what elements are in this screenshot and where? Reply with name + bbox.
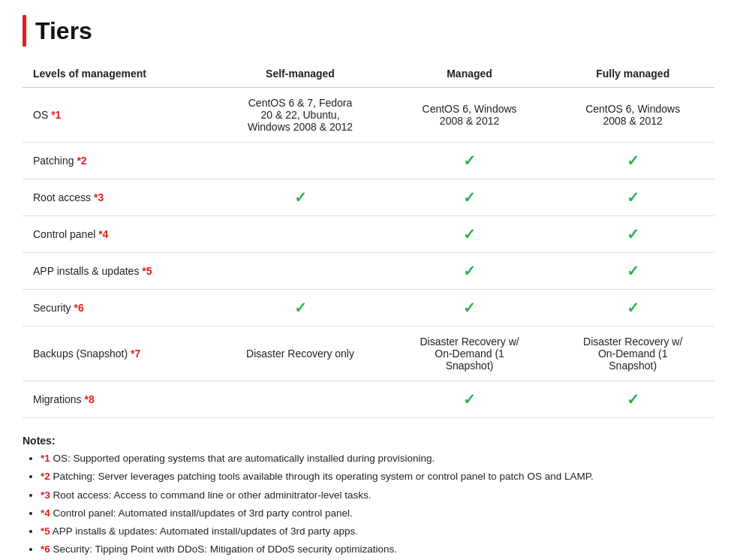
cell-managed: CentOS 6, Windows 2008 & 2012: [388, 88, 552, 143]
cell-self-managed: [212, 216, 387, 253]
col-header-fully-managed: Fully managed: [551, 60, 714, 88]
cell-managed: ✓: [388, 253, 552, 290]
cell-fully-managed: ✓: [551, 143, 714, 179]
star-ref: *1: [51, 109, 61, 121]
check-icon: ✓: [463, 263, 476, 279]
cell-feature: Migrations *8: [23, 381, 212, 418]
star-ref: *4: [41, 507, 50, 519]
page-title: Tiers: [35, 17, 92, 45]
notes-title: Notes:: [23, 435, 714, 447]
notes-list: *1 OS: Supported operating systems that …: [23, 451, 714, 560]
check-icon: ✓: [294, 189, 307, 206]
table-row: Control panel *4✓✓: [23, 216, 714, 253]
cell-feature: OS *1: [23, 88, 212, 143]
cell-feature: APP installs & updates *5: [23, 253, 212, 290]
cell-self-managed: [212, 253, 387, 290]
table-row: OS *1CentOS 6 & 7, Fedora 20 & 22, Ubunt…: [23, 88, 714, 143]
cell-managed: ✓: [388, 216, 552, 253]
cell-feature: Root access *3: [23, 179, 212, 216]
check-icon: ✓: [627, 189, 639, 206]
table-row: Migrations *8✓✓: [23, 381, 714, 418]
star-ref: *2: [41, 471, 50, 482]
cell-self-managed: [212, 381, 387, 418]
check-icon: ✓: [463, 391, 476, 408]
star-ref: *7: [131, 348, 140, 360]
check-icon: ✓: [627, 226, 639, 242]
star-ref: *6: [74, 302, 83, 314]
star-ref: *4: [98, 228, 108, 240]
col-header-feature: Levels of management: [23, 60, 212, 88]
cell-self-managed: [212, 143, 387, 179]
star-ref: *3: [94, 191, 104, 203]
star-ref: *1: [41, 453, 50, 464]
list-item: *6 Security: Tipping Point with DDoS: Mi…: [41, 542, 714, 557]
star-ref: *3: [41, 489, 50, 501]
table-row: Patching *2✓✓: [23, 143, 714, 179]
table-row: Root access *3✓✓✓: [23, 179, 714, 216]
cell-self-managed: ✓: [212, 290, 387, 327]
cell-fully-managed: ✓: [551, 179, 714, 216]
cell-managed: ✓: [388, 290, 552, 327]
cell-self-managed: CentOS 6 & 7, Fedora 20 & 22, Ubuntu, Wi…: [212, 88, 387, 143]
check-icon: ✓: [627, 300, 639, 316]
list-item: *4 Control panel: Automated install/upda…: [41, 506, 714, 521]
check-icon: ✓: [463, 189, 476, 206]
star-ref: *6: [41, 543, 50, 555]
title-bar-accent: [23, 15, 26, 47]
check-icon: ✓: [463, 300, 476, 316]
check-icon: ✓: [463, 152, 476, 169]
star-ref: *8: [84, 393, 94, 405]
col-header-managed: Managed: [388, 60, 552, 88]
table-row: Backups (Snapshot) *7Disaster Recovery o…: [23, 327, 714, 381]
cell-self-managed: Disaster Recovery only: [212, 327, 387, 381]
cell-fully-managed: CentOS 6, Windows 2008 & 2012: [551, 88, 714, 143]
star-ref: *5: [142, 265, 152, 277]
notes-section: Notes: *1 OS: Supported operating system…: [23, 435, 714, 560]
list-item: *1 OS: Supported operating systems that …: [41, 451, 714, 466]
star-ref: *2: [77, 155, 86, 167]
cell-managed: Disaster Recovery w/ On-Demand (1 Snapsh…: [388, 327, 552, 381]
list-item: *2 Patching: Server leverages patching t…: [41, 469, 714, 484]
tiers-table: Levels of management Self-managed Manage…: [23, 60, 714, 418]
cell-managed: ✓: [388, 143, 552, 179]
list-item: *5 APP installs & updates: Automated ins…: [41, 524, 714, 539]
cell-managed: ✓: [388, 179, 552, 216]
list-item: *3 Root access: Access to command line o…: [41, 488, 714, 503]
cell-feature: Control panel *4: [23, 216, 212, 253]
table-row: APP installs & updates *5✓✓: [23, 253, 714, 290]
check-icon: ✓: [294, 300, 307, 316]
check-icon: ✓: [627, 152, 639, 169]
page-header: Tiers: [23, 15, 714, 47]
cell-feature: Patching *2: [23, 143, 212, 179]
table-row: Security *6✓✓✓: [23, 290, 714, 327]
table-header-row: Levels of management Self-managed Manage…: [23, 60, 714, 88]
check-icon: ✓: [627, 263, 639, 279]
star-ref: *5: [41, 525, 50, 537]
cell-managed: ✓: [388, 381, 552, 418]
cell-self-managed: ✓: [212, 179, 387, 216]
cell-fully-managed: ✓: [551, 381, 714, 418]
cell-fully-managed: Disaster Recovery w/ On-Demand (1 Snapsh…: [551, 327, 714, 381]
cell-fully-managed: ✓: [551, 253, 714, 290]
col-header-self-managed: Self-managed: [212, 60, 387, 88]
check-icon: ✓: [627, 391, 639, 408]
cell-feature: Backups (Snapshot) *7: [23, 327, 212, 381]
cell-fully-managed: ✓: [551, 290, 714, 327]
cell-fully-managed: ✓: [551, 216, 714, 253]
check-icon: ✓: [463, 226, 476, 242]
cell-feature: Security *6: [23, 290, 212, 327]
